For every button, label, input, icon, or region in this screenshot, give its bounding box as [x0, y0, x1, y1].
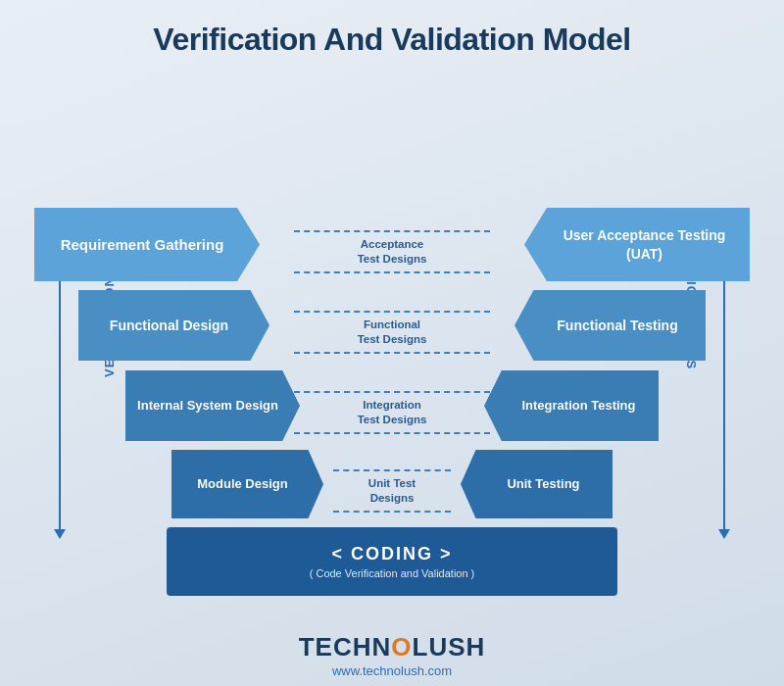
row1-center: AcceptanceTest Designs [294, 227, 490, 276]
module-design-chevron: Module Design [172, 450, 323, 518]
row4-dashed-line-2 [333, 511, 451, 513]
row4-center-label: Unit TestDesigns [363, 474, 421, 508]
integration-testing-chevron: Integration Testing [484, 370, 659, 441]
row1-center-label: AcceptanceTest Designs [352, 235, 433, 269]
row4-center: Unit TestDesigns [333, 466, 451, 515]
row4-dashed-line-1 [333, 469, 451, 471]
brand-name: TECHNOLUSH [0, 632, 784, 662]
brand-o: O [391, 632, 412, 662]
row1-dashed-line-2 [294, 271, 490, 273]
main-title: Verification And Validation Model [0, 0, 784, 68]
row1-dashed-line-1 [294, 230, 490, 232]
requirement-gathering-chevron: Requirement Gathering [34, 208, 260, 281]
row3-dashed-line-1 [294, 391, 490, 393]
footer-url: www.technolush.com [0, 663, 784, 678]
coding-sub-label: ( Code Verification and Validation ) [310, 567, 475, 579]
row2-dashed-line-1 [294, 311, 490, 313]
row3-center: IntegrationTest Designs [294, 388, 490, 437]
coding-box: < CODING > ( Code Verification and Valid… [167, 527, 617, 596]
coding-main-label: < CODING > [331, 544, 452, 564]
unit-testing-chevron: Unit Testing [461, 450, 612, 518]
row3-dashed-line-2 [294, 432, 490, 434]
internal-system-design-chevron: Internal System Design [125, 370, 300, 441]
diagram-area: Verification Phases Validation Phases Re… [0, 73, 784, 621]
uat-chevron: User Acceptance Testing (UAT) [524, 208, 750, 281]
row3-center-label: IntegrationTest Designs [352, 396, 433, 429]
row2-center: FunctionalTest Designs [294, 308, 490, 357]
footer: TECHNOLUSH www.technolush.com [0, 632, 784, 678]
row2-dashed-line-2 [294, 352, 490, 354]
functional-design-chevron: Functional Design [78, 290, 270, 361]
row2-center-label: FunctionalTest Designs [352, 316, 433, 349]
functional-testing-chevron: Functional Testing [514, 290, 706, 361]
